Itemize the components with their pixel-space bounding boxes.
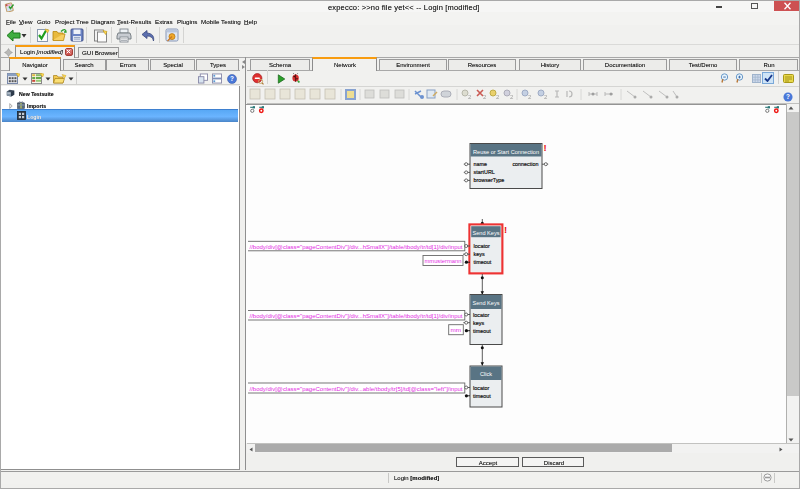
svg-text:!: ! xyxy=(544,142,547,153)
svg-text:locator: locator xyxy=(473,385,489,391)
svg-text:2: 2 xyxy=(528,94,532,100)
svg-text:2: 2 xyxy=(510,94,514,100)
svg-text:timeout: timeout xyxy=(474,259,492,265)
svg-text:timeout: timeout xyxy=(473,328,491,334)
svg-text://body/div[@class="pageContent: //body/div[@class="pageContentDiv"]/div.… xyxy=(250,313,464,319)
svg-text:connection: connection xyxy=(512,161,538,167)
svg-text:Send Keys: Send Keys xyxy=(472,230,499,236)
svg-text:2: 2 xyxy=(496,94,500,100)
svg-text:mm: mm xyxy=(451,327,462,333)
svg-text:2: 2 xyxy=(483,94,487,100)
svg-text://body/div[@class="pageContent: //body/div[@class="pageContentDiv"]/div.… xyxy=(250,386,464,392)
svg-text:2: 2 xyxy=(544,94,548,100)
svg-text://body/div[@class="pageContent: //body/div[@class="pageContentDiv"]/div.… xyxy=(250,244,464,250)
svg-text:timeout: timeout xyxy=(473,393,491,399)
svg-text:2: 2 xyxy=(468,94,472,100)
svg-text:browserType: browserType xyxy=(474,177,505,183)
svg-text:Send Keys: Send Keys xyxy=(472,300,499,306)
svg-text:Click: Click xyxy=(480,371,492,377)
svg-text:?: ? xyxy=(786,93,790,100)
svg-text:mmustermann: mmustermann xyxy=(425,258,462,264)
svg-text:name: name xyxy=(474,161,488,167)
svg-text:locator: locator xyxy=(474,243,490,249)
svg-text:Reuse or Start Connection: Reuse or Start Connection xyxy=(473,149,539,155)
svg-text:?: ? xyxy=(230,75,234,82)
svg-text:locator: locator xyxy=(473,312,489,318)
svg-text:keys: keys xyxy=(474,251,485,257)
svg-text:!: ! xyxy=(504,224,507,235)
svg-text:keys: keys xyxy=(473,320,484,326)
svg-text:startURL: startURL xyxy=(474,169,495,175)
